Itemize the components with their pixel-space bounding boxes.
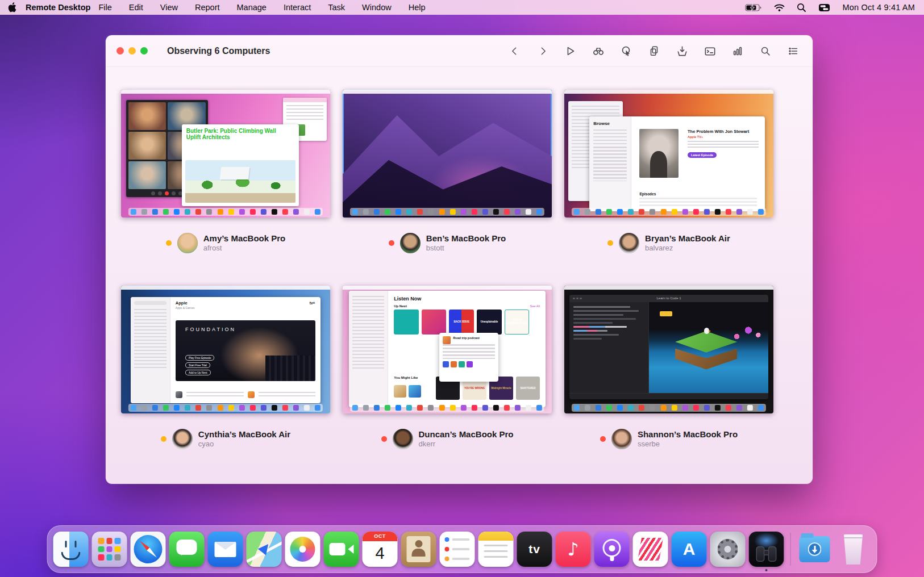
ben-screen-thumbnail[interactable] <box>343 90 552 218</box>
popup-mini-covers <box>443 361 495 367</box>
control-screen-icon[interactable] <box>619 44 633 58</box>
avatar <box>611 429 632 449</box>
shannon-screen-thumbnail[interactable]: Learn to Code 1 <box>564 286 773 413</box>
menu-bar-clock[interactable]: Mon Oct 4 9:41 AM <box>842 3 915 12</box>
remote-menu-bar <box>564 286 773 290</box>
store-main: Apple Apps & Games tv+ FOUNDATION Play F… <box>170 297 321 403</box>
dock-contacts-icon[interactable] <box>401 532 436 567</box>
dock-podcasts-icon[interactable] <box>594 532 630 567</box>
dock-facetime-icon[interactable] <box>324 532 359 567</box>
menu-manage[interactable]: Manage <box>237 3 267 12</box>
search-icon[interactable] <box>759 44 772 58</box>
dock-maps-icon[interactable] <box>247 532 282 567</box>
show-channel: Apple TV+ <box>688 135 759 139</box>
dock-system-preferences-icon[interactable] <box>710 532 746 567</box>
battery-icon[interactable] <box>745 3 762 12</box>
foundation-hero-image: FOUNDATION Play Free Episode Start Free … <box>176 320 316 381</box>
forward-button[interactable] <box>536 44 550 58</box>
avatar <box>393 429 413 449</box>
computer-card-ben: Ben’s MacBook Probstott <box>343 90 552 253</box>
computer-label: Amy’s MacBook Proafrost <box>121 233 330 253</box>
list-view-icon[interactable] <box>786 44 800 58</box>
episodes-heading: Episodes <box>639 192 656 196</box>
menu-interact[interactable]: Interact <box>284 3 311 12</box>
dock-remote-desktop-icon[interactable] <box>749 532 784 567</box>
spotlight-icon[interactable] <box>797 3 806 12</box>
dock-finder-icon[interactable] <box>53 532 89 567</box>
messages-header <box>283 98 327 102</box>
show-title: The Problem With Jon Stewart <box>688 129 759 134</box>
dock-music-icon[interactable] <box>556 532 591 567</box>
zoom-window-button[interactable] <box>140 47 148 55</box>
computer-user: afrost <box>203 244 286 253</box>
active-app-name[interactable]: Remote Desktop <box>26 3 90 12</box>
dock-downloads-icon[interactable] <box>797 532 833 567</box>
computer-label: Cynthia’s MacBook Aircyao <box>121 429 330 449</box>
remote-dock <box>350 208 544 216</box>
dock-notes-icon[interactable] <box>478 532 514 567</box>
minimize-window-button[interactable] <box>128 47 136 55</box>
control-center-icon[interactable] <box>818 3 830 12</box>
remote-menu-bar <box>343 90 552 94</box>
podcasts-sidebar <box>349 291 388 407</box>
add-to-up-next-button: Add to Up Next <box>185 370 211 375</box>
toolbar <box>508 35 800 67</box>
copy-items-icon[interactable] <box>647 44 661 58</box>
status-dot <box>381 436 387 442</box>
menu-report[interactable]: Report <box>195 3 220 12</box>
start-free-trial-button: Start Free Trial <box>185 362 210 368</box>
podcast-cover <box>394 310 419 335</box>
dock-messages-icon[interactable] <box>169 532 205 567</box>
remote-menu-bar <box>343 286 552 290</box>
dock-safari-icon[interactable] <box>131 532 166 567</box>
dock-calendar-icon[interactable]: OCT4 <box>363 532 398 567</box>
park-render-image <box>185 160 295 203</box>
episodes-rows <box>639 198 757 206</box>
run-task-icon[interactable] <box>564 44 577 58</box>
amy-screen-thumbnail[interactable]: Butler Park: Public Climbing Wall Uplift… <box>121 90 330 218</box>
unix-command-icon[interactable] <box>703 44 717 58</box>
computer-user: balvarez <box>645 244 730 253</box>
reports-chart-icon[interactable] <box>731 44 744 58</box>
menu-edit[interactable]: Edit <box>129 3 143 12</box>
podcast-cover: THIS IS UNCOMFORTABLE <box>505 310 530 335</box>
avatar <box>177 233 198 253</box>
dock-trash-icon[interactable] <box>836 532 871 567</box>
cynthia-screen-thumbnail[interactable]: Apple Apps & Games tv+ FOUNDATION Play F… <box>121 286 330 413</box>
dock-launchpad-icon[interactable] <box>92 532 127 567</box>
remote-dock <box>572 404 766 412</box>
wifi-icon[interactable] <box>774 3 785 12</box>
menu-file[interactable]: File <box>98 3 111 12</box>
dock-photos-icon[interactable] <box>285 532 321 567</box>
menu-view[interactable]: View <box>160 3 178 12</box>
observe-binoculars-icon[interactable] <box>592 44 605 58</box>
menu-help[interactable]: Help <box>409 3 426 12</box>
dock-news-icon[interactable] <box>633 532 668 567</box>
menu-task[interactable]: Task <box>328 3 345 12</box>
avatar <box>400 233 421 253</box>
store-subheading: Apps & Games <box>176 306 316 310</box>
apple-menu-icon[interactable] <box>8 2 16 12</box>
video-tile <box>128 161 166 189</box>
install-package-icon[interactable] <box>675 44 689 58</box>
back-button[interactable] <box>508 44 522 58</box>
bryan-screen-thumbnail[interactable]: Browse The Problem With Jon Stewart Appl… <box>564 90 773 218</box>
dock-reminders-icon[interactable] <box>440 532 475 567</box>
computer-label: Ben’s MacBook Probstott <box>343 233 552 253</box>
tv-app-window: Browse The Problem With Jon Stewart Appl… <box>589 116 765 211</box>
duncan-screen-thumbnail[interactable]: Listen Now Up Next See All BACK ISSUE Un… <box>343 286 552 413</box>
close-window-button[interactable] <box>116 47 124 55</box>
computer-user: dkerr <box>419 440 514 449</box>
dock-apple-tv-icon[interactable] <box>517 532 552 567</box>
remote-dock <box>572 208 766 216</box>
menu-window[interactable]: Window <box>362 3 392 12</box>
store-sidebar <box>131 297 170 403</box>
avatar <box>619 233 639 253</box>
dock-mail-icon[interactable] <box>208 532 243 567</box>
presentation-window: Butler Park: Public Climbing Wall Uplift… <box>182 124 299 206</box>
listen-now-title: Listen Now <box>394 296 540 302</box>
status-dot <box>607 240 613 246</box>
window-titlebar[interactable]: Observing 6 Computers <box>106 35 813 67</box>
dock-app-store-icon[interactable] <box>672 532 707 567</box>
remote-dock <box>128 404 323 412</box>
